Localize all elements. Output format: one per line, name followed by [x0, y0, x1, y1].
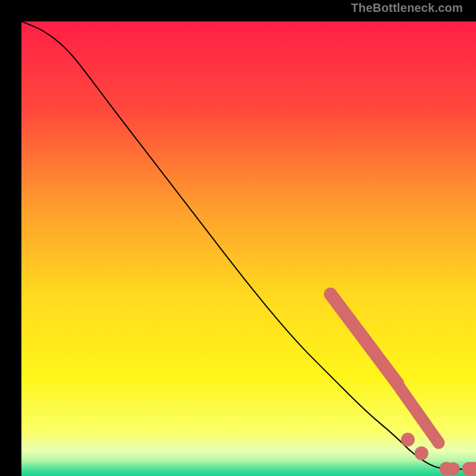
- data-marker: [447, 462, 460, 475]
- chart-svg: [21, 21, 476, 476]
- data-marker: [401, 433, 415, 446]
- watermark-text: TheBottleneck.com: [351, 1, 463, 15]
- chart-frame: [11, 11, 465, 465]
- data-marker: [415, 446, 428, 460]
- data-marker: [433, 437, 445, 449]
